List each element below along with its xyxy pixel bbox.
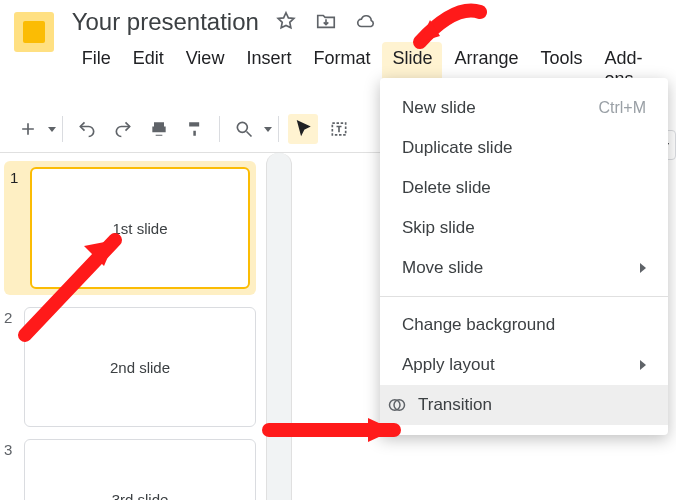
print-button[interactable]	[144, 114, 174, 144]
menu-view[interactable]: View	[176, 42, 235, 96]
svg-line-1	[247, 132, 252, 137]
star-icon[interactable]	[275, 10, 297, 35]
zoom-dropdown[interactable]	[264, 127, 272, 132]
paint-format-button[interactable]	[180, 114, 210, 144]
menu-item-label: Duplicate slide	[402, 138, 513, 158]
menu-item-label: Delete slide	[402, 178, 491, 198]
menu-separator	[380, 296, 668, 297]
menu-item-label: Change background	[402, 315, 555, 335]
thumbnail-slide-3[interactable]: 3 3rd slide	[4, 439, 256, 500]
redo-button[interactable]	[108, 114, 138, 144]
menu-item-duplicate-slide[interactable]: Duplicate slide	[380, 128, 668, 168]
menu-item-apply-layout[interactable]: Apply layout	[380, 345, 668, 385]
menu-item-label: Apply layout	[402, 355, 495, 375]
slide-number: 2	[4, 307, 24, 326]
menu-item-label: Transition	[418, 395, 492, 415]
menu-file[interactable]: File	[72, 42, 121, 96]
slide-thumbnail[interactable]: 1st slide	[30, 167, 250, 289]
move-to-folder-icon[interactable]	[315, 10, 337, 35]
slide-thumbnail-strip: 1 1st slide 2 2nd slide 3 3rd slide	[0, 153, 260, 500]
slide-thumbnail[interactable]: 3rd slide	[24, 439, 256, 500]
menu-item-delete-slide[interactable]: Delete slide	[380, 168, 668, 208]
menu-edit[interactable]: Edit	[123, 42, 174, 96]
thumbnail-slide-1[interactable]: 1 1st slide	[4, 161, 256, 295]
slide-number: 1	[4, 167, 30, 186]
new-slide-button[interactable]	[13, 114, 43, 144]
svg-point-0	[237, 122, 247, 132]
slide-thumbnail[interactable]: 2nd slide	[24, 307, 256, 427]
slides-logo	[14, 12, 54, 52]
menu-item-skip-slide[interactable]: Skip slide	[380, 208, 668, 248]
select-tool[interactable]	[288, 114, 318, 144]
menu-insert[interactable]: Insert	[236, 42, 301, 96]
transition-icon	[384, 396, 410, 414]
menu-item-label: New slide	[402, 98, 476, 118]
menu-item-transition[interactable]: Transition	[380, 385, 668, 425]
menu-item-label: Move slide	[402, 258, 483, 278]
submenu-arrow-icon	[640, 360, 646, 370]
menu-item-new-slide[interactable]: New slide Ctrl+M	[380, 88, 668, 128]
slide-menu-dropdown: New slide Ctrl+M Duplicate slide Delete …	[380, 78, 668, 435]
textbox-tool[interactable]	[324, 114, 354, 144]
submenu-arrow-icon	[640, 263, 646, 273]
thumbnail-slide-2[interactable]: 2 2nd slide	[4, 307, 256, 427]
slide-number: 3	[4, 439, 24, 458]
new-slide-dropdown[interactable]	[48, 127, 56, 132]
menu-format[interactable]: Format	[303, 42, 380, 96]
menu-shortcut: Ctrl+M	[598, 99, 646, 117]
menu-item-move-slide[interactable]: Move slide	[380, 248, 668, 288]
undo-button[interactable]	[72, 114, 102, 144]
menu-item-label: Skip slide	[402, 218, 475, 238]
pane-divider[interactable]	[266, 153, 292, 500]
document-title[interactable]: Your presentation	[72, 8, 259, 36]
menu-item-change-background[interactable]: Change background	[380, 305, 668, 345]
cloud-status-icon[interactable]	[355, 10, 377, 35]
zoom-button[interactable]	[229, 114, 259, 144]
